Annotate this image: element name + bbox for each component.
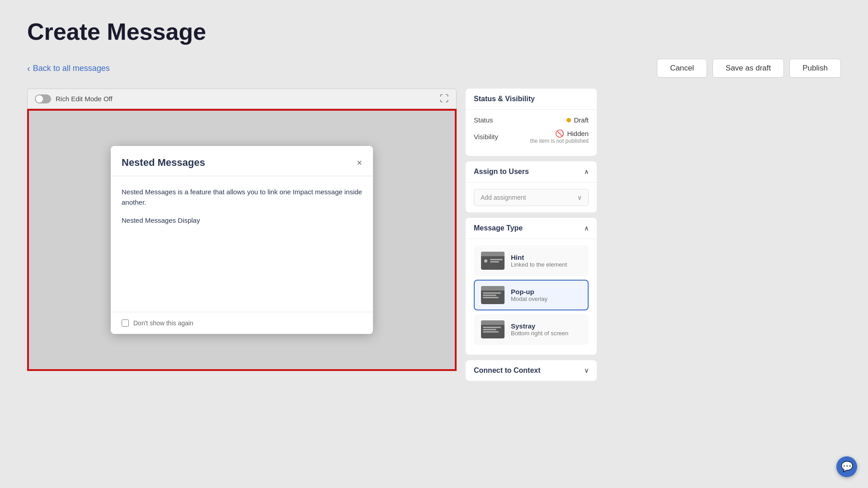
systray-type-icon — [481, 320, 505, 338]
visibility-col: 🚫 Hidden the item is not published — [528, 129, 589, 144]
systray-type-desc: Bottom right of screen — [511, 330, 568, 337]
message-type-hint[interactable]: Hint Linked to the element — [474, 245, 589, 276]
message-type-header[interactable]: Message Type ∧ — [466, 218, 597, 239]
connect-context-header[interactable]: Connect to Context ∨ — [466, 360, 597, 381]
assignment-chevron-down-icon: ∨ — [577, 194, 582, 201]
modal-body-p1: Nested Messages is a feature that allows… — [122, 187, 362, 207]
hidden-icon: 🚫 — [555, 129, 564, 138]
publish-button[interactable]: Publish — [789, 59, 841, 78]
chat-bubble-button[interactable]: 💬 — [836, 456, 857, 477]
modal-title: Nested Messages — [122, 157, 205, 169]
save-draft-button[interactable]: Save as draft — [712, 59, 784, 78]
visibility-value: 🚫 Hidden — [555, 129, 589, 138]
editor-area: Rich Edit Mode Off ⛶ Nested Messages × N… — [27, 89, 457, 371]
rich-edit-switch[interactable] — [35, 94, 51, 103]
hint-type-icon — [481, 252, 505, 270]
modal-footer: Don't show this again — [111, 312, 373, 334]
message-type-body: Hint Linked to the element — [466, 239, 597, 355]
message-type-section: Message Type ∧ — [466, 218, 597, 355]
dont-show-checkbox[interactable] — [122, 319, 129, 327]
assign-section-title: Assign to Users — [474, 168, 529, 176]
assignment-dropdown[interactable]: Add assignment ∨ — [474, 189, 589, 206]
visibility-row: Visibility 🚫 Hidden the item is not publ… — [474, 129, 589, 144]
visibility-label: Visibility — [474, 133, 498, 141]
dont-show-label: Don't show this again — [133, 319, 193, 327]
top-actions: Cancel Save as draft Publish — [657, 59, 841, 78]
status-text: Draft — [574, 116, 589, 124]
visibility-sub: the item is not published — [530, 138, 589, 144]
message-type-chevron-up-icon: ∧ — [584, 225, 589, 232]
rich-edit-label: Rich Edit Mode Off — [56, 95, 113, 103]
status-section-header[interactable]: Status & Visibility — [466, 89, 597, 110]
connect-context-section: Connect to Context ∨ — [466, 360, 597, 381]
status-value: Draft — [566, 116, 589, 124]
modal-body-p2: Nested Messages Display — [122, 216, 362, 226]
assign-section-header[interactable]: Assign to Users ∧ — [466, 161, 597, 183]
expand-icon[interactable]: ⛶ — [440, 94, 449, 104]
connect-context-chevron-down-icon: ∨ — [584, 367, 589, 374]
editor-canvas: Nested Messages × Nested Messages is a f… — [27, 109, 457, 371]
assignment-placeholder: Add assignment — [481, 194, 526, 201]
page-title: Create Message — [27, 18, 841, 45]
assign-section-body: Add assignment ∨ — [466, 183, 597, 212]
top-bar: ‹ Back to all messages Cancel Save as dr… — [27, 59, 841, 78]
hint-type-name: Hint — [511, 253, 567, 261]
sidebar: Status & Visibility Status Draft Visibil… — [466, 89, 597, 386]
status-section-title: Status & Visibility — [474, 95, 535, 103]
draft-dot-icon — [566, 118, 571, 122]
back-link[interactable]: ‹ Back to all messages — [27, 63, 110, 74]
popup-type-name: Pop-up — [511, 288, 547, 296]
page-wrapper: Create Message ‹ Back to all messages Ca… — [0, 0, 868, 488]
cancel-button[interactable]: Cancel — [657, 59, 707, 78]
back-arrow-icon: ‹ — [27, 63, 30, 74]
rich-edit-bar: Rich Edit Mode Off ⛶ — [27, 89, 457, 109]
popup-type-desc: Modal overlay — [511, 296, 547, 302]
status-row: Status Draft — [474, 116, 589, 124]
modal-body: Nested Messages is a feature that allows… — [111, 176, 373, 312]
main-content: Rich Edit Mode Off ⛶ Nested Messages × N… — [27, 89, 841, 386]
visibility-text: Hidden — [567, 130, 589, 137]
message-type-systray[interactable]: Systray Bottom right of screen — [474, 314, 589, 345]
modal-close-button[interactable]: × — [357, 158, 362, 167]
status-section-body: Status Draft Visibility 🚫 Hidden — [466, 110, 597, 156]
popup-type-icon — [481, 286, 505, 304]
systray-type-info: Systray Bottom right of screen — [511, 322, 568, 337]
modal-header: Nested Messages × — [111, 146, 373, 176]
message-type-popup[interactable]: Pop-up Modal overlay — [474, 280, 589, 310]
hint-type-desc: Linked to the element — [511, 261, 567, 268]
message-type-title: Message Type — [474, 224, 523, 232]
connect-context-title: Connect to Context — [474, 366, 541, 375]
rich-edit-toggle[interactable]: Rich Edit Mode Off — [35, 94, 113, 103]
assign-chevron-up-icon: ∧ — [584, 168, 589, 175]
status-label: Status — [474, 116, 493, 124]
nested-messages-modal: Nested Messages × Nested Messages is a f… — [111, 146, 373, 334]
back-link-label: Back to all messages — [33, 64, 110, 73]
status-visibility-section: Status & Visibility Status Draft Visibil… — [466, 89, 597, 156]
assign-users-section: Assign to Users ∧ Add assignment ∨ — [466, 161, 597, 212]
hint-type-info: Hint Linked to the element — [511, 253, 567, 268]
systray-type-name: Systray — [511, 322, 568, 330]
popup-type-info: Pop-up Modal overlay — [511, 288, 547, 302]
chat-bubble-icon: 💬 — [841, 461, 853, 473]
